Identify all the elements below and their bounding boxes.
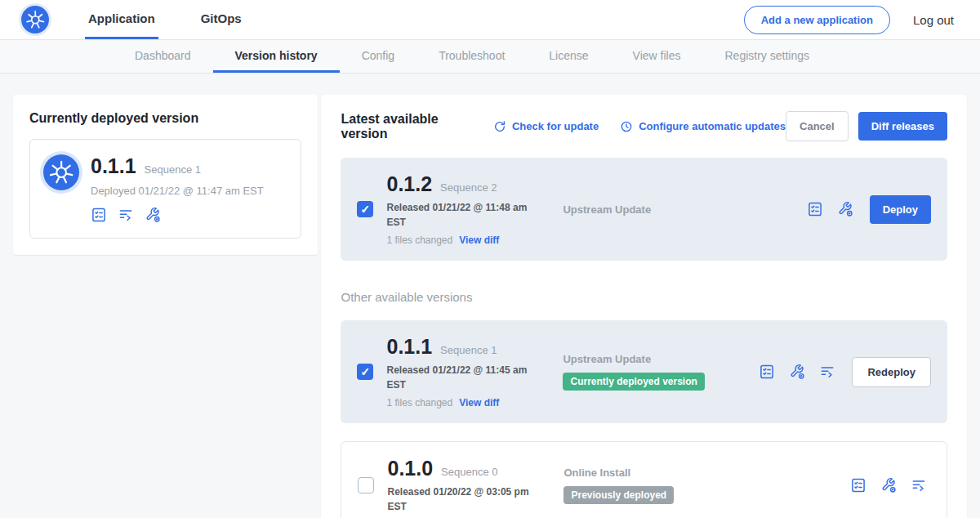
previously-deployed-badge: Previously deployed (564, 486, 674, 504)
version-history-panel: Latest available version Check for updat… (321, 95, 967, 518)
tab-application[interactable]: Application (85, 0, 158, 39)
subnav-item-dashboard[interactable]: Dashboard (113, 40, 213, 73)
deployed-version-card: 0.1.1 Sequence 1 Deployed 01/21/22 @ 11:… (29, 139, 301, 239)
subnav-item-license[interactable]: License (527, 40, 610, 73)
released-timestamp: Released 01/20/22 @ 03:05 pm EST (387, 485, 534, 514)
preflight-checklist-icon[interactable] (759, 364, 775, 380)
cancel-button[interactable]: Cancel (786, 111, 849, 141)
subnav-item-troubleshoot[interactable]: Troubleshoot (416, 40, 527, 73)
top-navbar: Application GitOps Add a new application… (0, 0, 980, 40)
deploy-logs-icon[interactable] (118, 207, 134, 223)
sequence-label: Sequence 0 (441, 466, 497, 478)
source-label: Upstream Update (563, 353, 759, 365)
version-info: 0.1.2 Sequence 2 Released 01/21/22 @ 11:… (386, 172, 563, 246)
clock-icon (620, 120, 633, 133)
subnav-item-registry-settings[interactable]: Registry settings (702, 40, 831, 73)
version-row: ✓ 0.1.2 Sequence 2 Released 01/21/22 @ 1… (341, 158, 947, 261)
diff-releases-button[interactable]: Diff releases (858, 112, 947, 141)
preflight-checklist-icon[interactable] (850, 477, 866, 493)
helm-wheel-icon (24, 9, 47, 31)
version-source: Upstream Update Currently deployed versi… (563, 353, 759, 391)
version-row: ✓ 0.1.1 Sequence 1 Released 01/21/22 @ 1… (341, 320, 947, 423)
check-for-update-link[interactable]: Check for update (493, 120, 599, 133)
tab-gitops-label: GitOps (201, 11, 242, 25)
logout-link[interactable]: Log out (913, 13, 954, 27)
app-subnav: Dashboard Version history Config Trouble… (0, 40, 980, 74)
configure-updates-label: Configure automatic updates (639, 120, 786, 132)
version-checkbox[interactable]: ✓ (357, 201, 373, 217)
version-number: 0.1.0 (387, 457, 433, 480)
config-wrench-icon[interactable] (880, 477, 897, 493)
latest-version-header: Latest available version Check for updat… (341, 111, 947, 141)
currently-deployed-badge: Currently deployed version (563, 373, 704, 391)
currently-deployed-panel: Currently deployed version 0.1.1 Sequenc… (13, 95, 318, 255)
source-label: Online Install (564, 467, 760, 479)
version-checkbox[interactable] (358, 477, 374, 493)
main-content: Currently deployed version 0.1.1 Sequenc… (0, 74, 980, 518)
configure-automatic-updates-link[interactable]: Configure automatic updates (620, 120, 786, 133)
deploy-button[interactable]: Deploy (870, 195, 931, 224)
version-number: 0.1.2 (386, 172, 432, 196)
add-new-application-button[interactable]: Add a new application (744, 6, 890, 34)
kubernetes-logo (21, 6, 49, 33)
version-number: 0.1.1 (386, 335, 432, 359)
deploy-logs-icon[interactable] (911, 477, 927, 493)
deployed-version-number: 0.1.1 (91, 154, 136, 178)
sequence-label: Sequence 1 (440, 344, 497, 356)
released-timestamp: Released 01/21/22 @ 11:45 am EST (386, 363, 533, 392)
subnav-item-version-history[interactable]: Version history (213, 40, 340, 73)
deployed-sequence-label: Sequence 1 (145, 163, 201, 176)
version-source: Online Install Previously deployed (564, 467, 760, 504)
config-wrench-icon[interactable] (145, 207, 161, 223)
source-label: Upstream Update (563, 203, 759, 216)
version-info: 0.1.1 Sequence 1 Released 01/21/22 @ 11:… (386, 335, 563, 409)
view-diff-link[interactable]: View diff (459, 234, 499, 246)
deploy-logs-icon[interactable] (819, 364, 835, 380)
files-changed-label: 1 files changed (386, 234, 452, 246)
version-checkbox[interactable]: ✓ (357, 364, 373, 380)
subnav-item-config[interactable]: Config (340, 40, 416, 73)
deployed-version-details: 0.1.1 Sequence 1 Deployed 01/21/22 @ 11:… (91, 154, 264, 223)
subnav-item-view-files[interactable]: View files (611, 40, 703, 73)
config-wrench-icon[interactable] (789, 364, 805, 380)
helm-wheel-icon (47, 159, 75, 186)
refresh-icon (493, 120, 506, 133)
preflight-checklist-icon[interactable] (807, 201, 823, 217)
sequence-label: Sequence 2 (440, 181, 497, 194)
check-for-update-label: Check for update (512, 120, 599, 132)
latest-version-title: Latest available version (341, 112, 472, 141)
currently-deployed-title: Currently deployed version (29, 111, 301, 126)
tab-application-label: Application (88, 11, 155, 25)
view-diff-link[interactable]: View diff (459, 397, 499, 409)
version-info: 0.1.0 Sequence 0 Released 01/20/22 @ 03:… (387, 457, 564, 514)
config-wrench-icon[interactable] (837, 201, 853, 217)
deployed-timestamp: Deployed 01/21/22 @ 11:47 am EST (91, 185, 264, 197)
tab-gitops[interactable]: GitOps (198, 0, 245, 39)
redeploy-button[interactable]: Redeploy (852, 357, 931, 387)
released-timestamp: Released 01/21/22 @ 11:48 am EST (386, 200, 533, 230)
files-changed-label: 1 files changed (386, 397, 452, 409)
version-source: Upstream Update (563, 203, 759, 216)
preflight-checklist-icon[interactable] (91, 207, 107, 223)
app-icon (43, 154, 79, 190)
other-versions-title: Other available versions (341, 290, 947, 304)
version-row: 0.1.0 Sequence 0 Released 01/20/22 @ 03:… (341, 441, 947, 518)
